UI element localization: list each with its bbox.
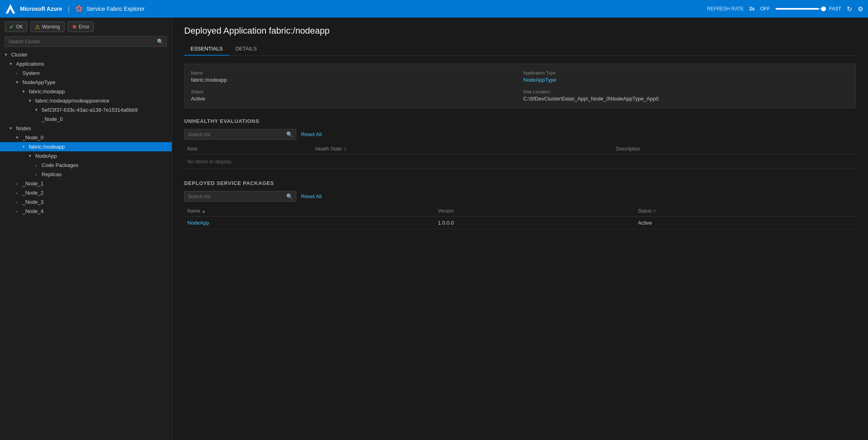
tab-details[interactable]: DETAILS xyxy=(229,42,263,56)
pkg-name-link[interactable]: NodeApp xyxy=(187,220,209,226)
tree-item-node3[interactable]: › _Node_3 xyxy=(0,197,172,207)
topbar: Microsoft Azure | ✿ Service Fabric Explo… xyxy=(0,0,868,18)
deployed-service-packages-title: DEPLOYED SERVICE PACKAGES xyxy=(184,180,856,186)
tree-item-nodeapptype[interactable]: ▾ NodeAppType xyxy=(0,78,172,87)
pkg-version-cell: 1.0.0.0 xyxy=(435,217,635,229)
cluster-search-input[interactable] xyxy=(8,39,157,44)
topbar-brand: Microsoft Azure xyxy=(20,6,62,12)
unhealthy-search-toolbar: 🔍 Reset All xyxy=(184,129,856,140)
slider-track xyxy=(776,8,824,10)
col-health-state: Health State▽ xyxy=(312,144,613,155)
tree-item-fabric-nodeapp-app[interactable]: ▾ fabric:/nodeapp xyxy=(0,87,172,96)
caret-cluster: ▾ xyxy=(5,52,11,57)
tree-label-replicas: Replicas xyxy=(42,171,62,177)
tree-label-fabric-nodeapp-app: fabric:/nodeapp xyxy=(29,88,65,94)
page-title-prefix: Deployed Application xyxy=(184,26,266,36)
tree-item-node0-root[interactable]: ▾ _Node_0 xyxy=(0,133,172,142)
tree-item-nodeapp-pkg[interactable]: ▾ NodeApp xyxy=(0,151,172,161)
tree-label-replica-id: 5ef23f37-633c-43ac-a138-7e15314a6bb9 xyxy=(42,107,138,113)
sidebar: ✔ OK ⚠ Warning ✖ Error 🔍 ▾ Cluster ▾ xyxy=(0,18,172,440)
field-status-value: Active xyxy=(191,96,517,102)
error-filter-button[interactable]: ✖ Error xyxy=(68,22,94,32)
tree-item-nodes[interactable]: ▾ Nodes xyxy=(0,124,172,133)
unhealthy-search-box[interactable]: 🔍 xyxy=(184,129,296,140)
cluster-search-box[interactable]: 🔍 xyxy=(5,36,167,47)
tab-essentials[interactable]: ESSENTIALS xyxy=(184,42,229,56)
tree-label-nodeapptype: NodeAppType xyxy=(22,79,55,85)
tree-item-cluster[interactable]: ▾ Cluster xyxy=(0,50,172,59)
field-name-label: Name xyxy=(191,70,517,75)
caret-replica-id: ▾ xyxy=(35,107,42,113)
tree-item-node4[interactable]: › _Node_4 xyxy=(0,207,172,216)
sf-logo-icon: ✿ xyxy=(75,4,82,14)
packages-search-box[interactable]: 🔍 xyxy=(184,191,296,202)
slider-fill xyxy=(776,8,819,10)
unhealthy-evaluations-section: UNHEALTHY EVALUATIONS 🔍 Reset All Kind H… xyxy=(184,118,856,169)
field-disk-location: Disk Location C:\SfDevCluster\Data\_App\… xyxy=(523,89,849,102)
tree-item-node0-under-replica[interactable]: _Node_0 xyxy=(0,115,172,124)
col-pkg-status: Status▽ xyxy=(635,206,856,217)
caret-fabric-nodeappservice: ▾ xyxy=(29,98,35,103)
tree-item-node2[interactable]: › _Node_2 xyxy=(0,188,172,197)
caret-system: › xyxy=(16,71,22,76)
refresh-button[interactable]: ↻ xyxy=(847,5,852,13)
field-app-type: Application Type NodeAppType xyxy=(523,70,849,83)
settings-icon[interactable]: ⚙ xyxy=(858,5,863,13)
topbar-right: REFRESH RATE 2s OFF FAST ↻ ⚙ xyxy=(707,5,863,13)
caret-nodeapptype: ▾ xyxy=(16,80,22,85)
slider-thumb xyxy=(821,6,826,11)
cluster-tree: ▾ Cluster ▾ Applications › System ▾ Node… xyxy=(0,50,172,440)
content-tabs: ESSENTIALS DETAILS xyxy=(184,42,856,56)
caret-node2: › xyxy=(16,191,22,195)
tree-label-node4: _Node_4 xyxy=(22,208,44,214)
error-icon: ✖ xyxy=(72,24,77,30)
cluster-search-icon: 🔍 xyxy=(157,38,163,44)
caret-node0-root: ▾ xyxy=(16,135,22,140)
refresh-fast-label: FAST xyxy=(829,6,841,12)
name-sort-icon[interactable]: ▲ xyxy=(202,209,206,213)
tree-label-node2: _Node_2 xyxy=(22,190,44,196)
tree-label-nodes: Nodes xyxy=(16,125,31,131)
caret-code-packages: › xyxy=(35,163,42,168)
tree-item-replicas[interactable]: › Replicas xyxy=(0,170,172,179)
tree-label-code-packages: Code Packages xyxy=(42,162,78,168)
tree-item-replica-id[interactable]: ▾ 5ef23f37-633c-43ac-a138-7e15314a6bb9 xyxy=(0,105,172,115)
caret-nodeapp-pkg: ▾ xyxy=(29,153,35,159)
tree-label-cluster: Cluster xyxy=(11,52,28,58)
tree-item-fabric-nodeapp-node[interactable]: ▾ fabric:/nodeapp xyxy=(0,142,172,151)
health-state-filter-icon[interactable]: ▽ xyxy=(344,147,347,151)
sidebar-toolbar: ✔ OK ⚠ Warning ✖ Error xyxy=(0,18,172,36)
tree-label-fabric-nodeapp-node: fabric:/nodeapp xyxy=(29,144,65,150)
page-title-name: fabric:/nodeapp xyxy=(269,26,330,36)
packages-search-input[interactable] xyxy=(188,194,286,199)
tree-label-fabric-nodeappservice: fabric:/nodeapp/nodeappservice xyxy=(35,98,109,104)
refresh-slider[interactable] xyxy=(776,8,824,10)
packages-reset-button[interactable]: Reset All xyxy=(301,193,321,199)
field-app-type-label: Application Type xyxy=(523,70,849,75)
status-filter-icon[interactable]: ▽ xyxy=(653,209,656,213)
field-app-type-value[interactable]: NodeAppType xyxy=(523,77,849,83)
packages-search-toolbar: 🔍 Reset All xyxy=(184,191,856,202)
tree-item-fabric-nodeappservice[interactable]: ▾ fabric:/nodeapp/nodeappservice xyxy=(0,96,172,105)
tree-item-node1[interactable]: › _Node_1 xyxy=(0,179,172,188)
warning-filter-button[interactable]: ⚠ Warning xyxy=(30,22,64,32)
deployed-service-packages-section: DEPLOYED SERVICE PACKAGES 🔍 Reset All Na… xyxy=(184,180,856,229)
topbar-left: Microsoft Azure | ✿ Service Fabric Explo… xyxy=(5,3,145,14)
caret-applications: ▾ xyxy=(10,61,16,66)
caret-nodes: ▾ xyxy=(10,126,16,131)
ok-filter-button[interactable]: ✔ OK xyxy=(5,22,27,32)
col-description: Description xyxy=(613,144,856,155)
warning-label: Warning xyxy=(42,24,60,30)
error-label: Error xyxy=(79,24,90,30)
field-status: Status Active xyxy=(191,89,517,102)
warning-icon: ⚠ xyxy=(35,24,40,30)
tree-item-system[interactable]: › System xyxy=(0,68,172,78)
tree-item-code-packages[interactable]: › Code Packages xyxy=(0,161,172,170)
tree-item-applications[interactable]: ▾ Applications xyxy=(0,59,172,68)
unhealthy-search-input[interactable] xyxy=(188,132,286,137)
essentials-grid: Name fabric:/nodeapp Application Type No… xyxy=(184,64,856,108)
col-kind: Kind xyxy=(184,144,312,155)
caret-node3: › xyxy=(16,200,22,205)
field-status-label: Status xyxy=(191,89,517,94)
unhealthy-reset-button[interactable]: Reset All xyxy=(301,131,321,137)
